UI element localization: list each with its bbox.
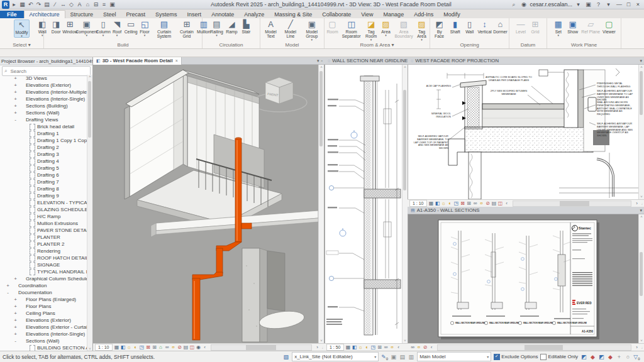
print-icon[interactable]: ▤ bbox=[43, 1, 50, 9]
reveal-hidden-icon[interactable]: ¤ bbox=[389, 344, 396, 351]
tree-expander-icon[interactable]: + bbox=[13, 96, 18, 102]
scroll-right-icon[interactable]: › bbox=[314, 344, 321, 351]
tree-item[interactable]: + Coordination bbox=[0, 282, 87, 289]
select-links-icon[interactable]: ◩ bbox=[580, 354, 587, 360]
tree-item[interactable]: Drafting 2 bbox=[0, 144, 87, 151]
tree-item[interactable]: TYPICAL HANDRAIL DETAILS bbox=[0, 268, 87, 275]
ribbon-tab[interactable]: View bbox=[356, 11, 378, 18]
ribbon-button[interactable]: ▧Area Boundary bbox=[393, 19, 414, 41]
group-label-room-area[interactable]: Room & Area ▾ bbox=[325, 42, 430, 48]
3d-view-canvas[interactable]: FRONT bbox=[93, 65, 325, 343]
tree-item[interactable]: + Elevations (Exterior - Curtain Wall) bbox=[0, 324, 87, 331]
sun-path-icon[interactable]: ☼ bbox=[441, 200, 447, 207]
v3-vertical-scrollbar[interactable]: ˄˅ bbox=[638, 65, 644, 199]
tree-item[interactable]: Brick head detail bbox=[0, 123, 87, 130]
wall-section-canvas[interactable] bbox=[325, 65, 408, 343]
tree-expander-icon[interactable]: + bbox=[13, 304, 18, 309]
tree-item[interactable]: SIGNAGE bbox=[0, 261, 87, 268]
save-icon[interactable]: ▦ bbox=[19, 1, 26, 9]
open-icon[interactable]: ▸ bbox=[11, 1, 18, 9]
section-icon[interactable]: ⊟ bbox=[92, 1, 99, 9]
show-crop-icon[interactable]: ⊞ bbox=[152, 344, 158, 351]
tree-item[interactable]: Mullion Extrusions bbox=[0, 220, 87, 227]
switch-windows-icon[interactable]: ▣ bbox=[109, 1, 116, 9]
tree-item[interactable]: Drafting 3 bbox=[0, 151, 87, 158]
select-by-face-icon[interactable]: ◆ bbox=[607, 354, 614, 360]
ribbon-tab[interactable]: Massing & Site bbox=[269, 11, 317, 18]
ribbon-button[interactable]: ▢Room bbox=[326, 19, 339, 41]
shadows-icon[interactable]: ◐ bbox=[447, 200, 453, 207]
view-tab[interactable]: ◌ WEST FACADE ROOF PROJECTION bbox=[408, 57, 502, 65]
tree-item[interactable]: BUILDING SECTION A-A - Callout bbox=[0, 344, 87, 351]
ribbon-button[interactable]: ▦Set▾ bbox=[552, 19, 565, 36]
scale-button[interactable]: 1 : 10 bbox=[95, 344, 113, 351]
temporary-hide-icon[interactable]: ∞ bbox=[409, 344, 416, 351]
ribbon-button[interactable]: ▙Stair bbox=[240, 19, 253, 36]
text-icon[interactable]: A bbox=[76, 1, 83, 9]
visual-style-icon[interactable]: ◧ bbox=[120, 344, 126, 351]
group-label-select[interactable]: Select ▾ bbox=[0, 42, 43, 48]
ribbon-tab[interactable]: Analyze bbox=[239, 11, 269, 18]
scale-button[interactable]: 1 : 50 bbox=[326, 344, 344, 351]
tree-expander-icon[interactable]: + bbox=[13, 75, 18, 81]
view-tab-active[interactable]: ◧ 3D - West Facade Room Detail × bbox=[93, 57, 182, 65]
ribbon-tab[interactable]: Insert bbox=[182, 11, 207, 18]
ribbon-button[interactable]: ▯Column▾ bbox=[97, 19, 110, 38]
ribbon-button[interactable]: ↕Vertical bbox=[477, 19, 492, 38]
tree-expander-icon[interactable]: + bbox=[13, 89, 18, 95]
ribbon-button[interactable]: ▣Model Group▾ bbox=[301, 19, 323, 41]
scroll-left-icon[interactable]: ‹ bbox=[202, 344, 208, 351]
displacement-icon[interactable]: ◉ bbox=[196, 344, 202, 351]
tree-item[interactable]: Drafting 1 Copy 1 Copy 1 Copy 1 bbox=[0, 137, 87, 144]
detail-level-icon[interactable]: ▦ bbox=[345, 344, 352, 351]
select-underlay-icon[interactable]: ◆ bbox=[589, 354, 596, 360]
crop-view-icon[interactable]: ◳ bbox=[453, 200, 460, 207]
ribbon-button[interactable]: ▣Show bbox=[566, 19, 579, 36]
tree-item[interactable]: Drafting 5 bbox=[0, 165, 87, 172]
tab-list-caret-icon[interactable]: ▾ bbox=[317, 58, 319, 63]
temporary-hide-icon[interactable]: ∞ bbox=[164, 344, 170, 351]
visual-style-icon[interactable]: ◧ bbox=[352, 344, 358, 351]
tree-item[interactable]: Drafting 9 bbox=[0, 192, 87, 199]
tree-item[interactable]: Drafting 8 bbox=[0, 185, 87, 192]
workset-select[interactable]: x_Link_Site (Not Editable)▾ bbox=[292, 352, 379, 361]
tree-item[interactable]: Drafting 1 bbox=[0, 130, 87, 137]
ribbon-tab[interactable]: Architecture bbox=[24, 10, 65, 18]
tree-item[interactable]: + Ceiling Plans bbox=[0, 310, 87, 317]
view-tab[interactable]: ▤ A1-A350 - WALL SECTIONS bbox=[408, 207, 483, 214]
scroll-left-icon[interactable]: ‹ bbox=[504, 200, 510, 207]
tree-expander-icon[interactable]: + bbox=[13, 82, 18, 88]
scale-button[interactable]: 1 : 10 bbox=[409, 200, 427, 207]
v2-vertical-scrollbar[interactable]: ˄˅ bbox=[402, 65, 408, 343]
tree-item[interactable]: + Elevations (Interior-Single) bbox=[0, 96, 87, 102]
tab-list-caret-icon[interactable]: ▾ bbox=[640, 58, 642, 63]
v1-vertical-scrollbar[interactable]: ˄˅ bbox=[318, 65, 324, 343]
reveal-hidden-icon[interactable]: ¤ bbox=[479, 200, 485, 207]
ribbon-button[interactable]: ▯Wall bbox=[463, 19, 476, 38]
temporary-view-properties-icon[interactable]: ▤ bbox=[183, 344, 189, 351]
ribbon-tab[interactable]: Precast bbox=[121, 11, 151, 18]
tab-list-caret-icon[interactable]: ▾ bbox=[640, 208, 642, 213]
design-options-pick-icon[interactable]: ▥ bbox=[408, 354, 414, 360]
ribbon-button[interactable]: ╱Model Line bbox=[281, 19, 299, 41]
search-input[interactable] bbox=[9, 68, 74, 75]
tree-item[interactable]: + Floor Plans bbox=[0, 303, 87, 310]
ribbon-button[interactable]: ▭Ceiling bbox=[125, 19, 138, 38]
exclude-options-checkbox[interactable]: Exclude Options bbox=[494, 354, 538, 360]
close-button[interactable]: × bbox=[633, 1, 643, 8]
tree-item[interactable]: Drafting 4 bbox=[0, 158, 87, 165]
v4-vertical-scrollbar[interactable]: ˄˅ bbox=[638, 214, 644, 343]
unlock-view-icon[interactable]: ⌂ bbox=[158, 344, 164, 351]
design-option-select[interactable]: Main Model▾ bbox=[417, 352, 491, 361]
ribbon-button[interactable]: ▮Shaft bbox=[448, 19, 462, 38]
minimize-button[interactable]: — bbox=[614, 1, 624, 8]
ribbon-button[interactable]: ⊞Curtain Grid bbox=[177, 19, 196, 38]
drag-on-selection-icon[interactable]: + bbox=[616, 354, 623, 360]
tree-item[interactable]: Drafting 7 bbox=[0, 178, 87, 185]
ribbon-button[interactable]: ◢Ramp bbox=[225, 19, 238, 36]
close-view-icon[interactable]: × bbox=[175, 58, 178, 63]
sun-path-icon[interactable]: ☼ bbox=[358, 344, 364, 351]
shadows-icon[interactable]: ◐ bbox=[364, 344, 370, 351]
tree-item[interactable]: - Drafting Views bbox=[0, 116, 87, 123]
tag-icon[interactable]: ◇ bbox=[68, 1, 75, 9]
